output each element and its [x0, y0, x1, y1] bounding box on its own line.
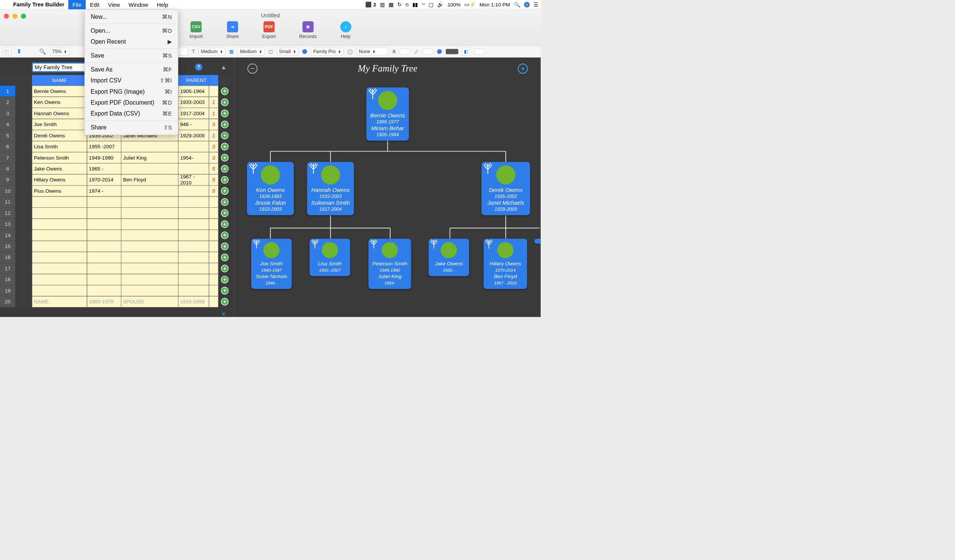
toolbar-records[interactable]: ≣Records	[299, 22, 317, 39]
wifi-icon[interactable]: ⌔	[422, 2, 425, 8]
expand-button[interactable]: +	[518, 64, 528, 74]
tree-node[interactable]: Peterson Smith1949-1990Juliet King1954-	[368, 239, 411, 289]
zoom-select[interactable]: 75%▲▼	[50, 48, 69, 55]
toolbar-import[interactable]: CSVImport	[189, 22, 203, 39]
adobe-icon[interactable]: ⬛ 2	[365, 2, 376, 8]
bluetooth-icon[interactable]: ⎋	[405, 2, 409, 8]
table-row[interactable]: 18+	[0, 274, 235, 285]
add-row-button[interactable]: +	[221, 265, 229, 272]
table-row[interactable]: 20NAME1900-1979SPOUSE1915-1999+	[0, 296, 235, 307]
bose-icon[interactable]: ▩	[388, 2, 393, 8]
panel-toggle-icon[interactable]: ◧	[462, 47, 471, 56]
clock[interactable]: Mon 1:10 PM	[480, 2, 510, 8]
zoom-window-button[interactable]	[21, 14, 26, 19]
notification-center-icon[interactable]: ☰	[534, 2, 538, 8]
theme-select[interactable]: Family Pro▲▼	[311, 48, 344, 55]
col-parentnum[interactable]	[209, 75, 218, 86]
minimize-window-button[interactable]	[13, 14, 18, 19]
add-row-button[interactable]: +	[221, 154, 229, 161]
file-menu-new-[interactable]: New...⌘N	[85, 11, 178, 22]
file-menu-open-recent[interactable]: Open Recent▶	[85, 36, 178, 47]
add-row-button[interactable]: +	[221, 165, 229, 172]
text-color-swatch[interactable]	[399, 48, 410, 54]
add-row-button[interactable]: +	[221, 298, 229, 306]
add-row-button[interactable]: +	[221, 187, 229, 195]
file-menu-export-data-csv-[interactable]: Export Data (CSV)⌘E	[85, 108, 178, 119]
table-row[interactable]: 19+	[0, 285, 235, 296]
col-name[interactable]: NAME	[32, 75, 87, 86]
add-row-button[interactable]: +	[221, 209, 229, 217]
line-icon[interactable]: ／	[414, 48, 419, 55]
text-color-icon[interactable]: A	[392, 48, 396, 54]
text-size-select[interactable]: Medium▲▼	[199, 48, 225, 55]
tree-node[interactable]: Jake Owens1965 -	[429, 239, 469, 276]
add-row-button[interactable]: +	[221, 120, 229, 128]
file-menu-save[interactable]: Save⌘S	[85, 50, 178, 61]
battery-icon-menu-icon[interactable]: ▮▮	[412, 2, 418, 8]
fill-swatch[interactable]	[446, 48, 458, 54]
menu-edit[interactable]: Edit	[86, 0, 103, 9]
file-menu-share[interactable]: Share⇧S	[85, 122, 178, 133]
tree-node[interactable]: Lisa Smith1955 -2007	[310, 239, 350, 276]
table-row[interactable]: 11+	[0, 197, 235, 207]
file-menu-export-pdf-document-[interactable]: Export PDF (Document)⌘D	[85, 97, 178, 108]
add-row-button[interactable]: +	[221, 98, 229, 106]
fill-icon[interactable]	[437, 49, 442, 54]
table-row[interactable]: 14+	[0, 229, 235, 240]
app-name[interactable]: Family Tree Builder	[9, 1, 68, 8]
add-row-button[interactable]: +	[221, 143, 229, 150]
add-row-button[interactable]: +	[221, 287, 229, 294]
scroll-up-icon[interactable]: ▲	[221, 64, 227, 71]
add-row-button[interactable]: +	[221, 176, 229, 184]
tree-node[interactable]: Derek Owens1935-2002Janet Michaels1929-2…	[481, 162, 530, 215]
file-menu-dropdown[interactable]: New...⌘NOpen...⌘OOpen Recent▶Save⌘SSave …	[85, 9, 178, 135]
hierarchy-icon[interactable]: ⬍	[15, 47, 23, 56]
table-row[interactable]: 17+	[0, 263, 235, 274]
siri-icon[interactable]	[524, 2, 530, 8]
menu-window[interactable]: Window	[124, 0, 152, 9]
bg-swatch[interactable]	[474, 48, 485, 54]
layout-icon-1[interactable]: ⬚	[3, 47, 11, 56]
add-row-button[interactable]: +	[221, 276, 229, 283]
table-row[interactable]: 15+	[0, 241, 235, 252]
effect-select[interactable]: None▲▼	[357, 48, 388, 55]
spacing-select[interactable]: Small▲▼	[277, 48, 299, 55]
file-menu-export-png-image-[interactable]: Export PNG (Image)⌘I	[85, 86, 178, 97]
disk-icon[interactable]: ▥	[380, 2, 385, 8]
tree-node-partial[interactable]	[534, 239, 541, 244]
battery-icon[interactable]: ▭⚡	[464, 2, 476, 8]
table-row[interactable]: 10Pius Owens1974 -5+	[0, 186, 235, 197]
table-row[interactable]: 8Jake Owens1965 -5+	[0, 163, 235, 174]
tree-node[interactable]: Ken Owens1928-1993Jessie Falon1933-2003	[247, 162, 294, 215]
add-row-button[interactable]: +	[221, 220, 229, 228]
tree-node[interactable]: Bernie Owens1895-1977Miriam Behar1905-19…	[366, 87, 409, 141]
close-window-button[interactable]	[4, 14, 9, 19]
add-row-button[interactable]: +	[221, 198, 229, 206]
collapse-button[interactable]: −	[247, 64, 258, 74]
table-row[interactable]: 16+	[0, 252, 235, 263]
volume-icon[interactable]: 🔊	[437, 2, 444, 8]
table-row[interactable]: 9Hillary Owens1970-2014Ben Floyd1967 - 2…	[0, 174, 235, 185]
toolbar-export[interactable]: PDFExport	[262, 22, 276, 39]
timemachine-icon[interactable]: ↻	[397, 2, 401, 8]
menu-file[interactable]: File	[68, 0, 86, 9]
file-menu-import-csv[interactable]: Import CSV⇧⌘I	[85, 75, 178, 86]
help-badge[interactable]: ?	[195, 64, 202, 71]
toolbar-share[interactable]: ➔Share	[226, 22, 239, 39]
scroll-down-icon[interactable]: ▼	[221, 311, 227, 317]
menu-help[interactable]: Help	[152, 0, 172, 9]
add-row-button[interactable]: +	[221, 132, 229, 139]
add-row-button[interactable]: +	[221, 87, 229, 95]
zoom-icon[interactable]: 🔍	[39, 48, 46, 55]
add-row-button[interactable]: +	[221, 109, 229, 117]
col-parent[interactable]: PARENT	[178, 75, 209, 86]
window-traffic-lights[interactable]	[4, 14, 26, 19]
toolbar-help[interactable]: iHelp	[340, 22, 351, 39]
add-row-button[interactable]: +	[221, 231, 229, 239]
table-row[interactable]: 7Peterson Smith1949-1990Juliet King1954-…	[0, 152, 235, 163]
file-menu-open-[interactable]: Open...⌘O	[85, 25, 178, 36]
add-row-button[interactable]: +	[221, 242, 229, 250]
file-menu-save-as[interactable]: Save As⌘F	[85, 64, 178, 75]
add-row-button[interactable]: +	[221, 254, 229, 261]
tree-node[interactable]: Hillary Owens1970-2014Ben Floyd1967 - 20…	[484, 239, 527, 289]
